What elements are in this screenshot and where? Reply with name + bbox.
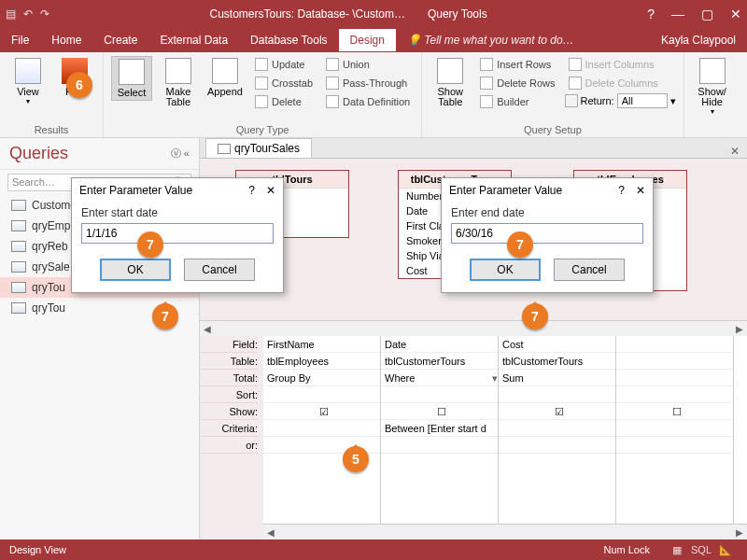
group-label-querytype: Query Type xyxy=(111,122,414,135)
maximize-icon[interactable]: ▢ xyxy=(701,7,713,21)
group-label-results: Results xyxy=(7,122,95,135)
doc-tab[interactable]: qryTourSales xyxy=(205,138,312,158)
titlebar: ▤ ↶ ↷ CustomersTours: Database- \Custom…… xyxy=(0,0,747,28)
return-combo[interactable]: Return:All▾ xyxy=(565,93,676,108)
delete-button[interactable]: Delete xyxy=(251,93,317,110)
sql-view-icon: SQL xyxy=(689,544,713,555)
callout-badge: 5 xyxy=(343,446,369,472)
grid-col[interactable]: FirstNametblEmployeesGroup By☑ xyxy=(263,336,381,539)
parameter-input[interactable] xyxy=(451,223,643,244)
crosstab-button[interactable]: Crosstab xyxy=(251,75,317,91)
grid-row-labels: Field:Table:Total:Sort:Show:Criteria:or: xyxy=(200,336,263,539)
tab-file[interactable]: File xyxy=(0,29,40,51)
tab-database-tools[interactable]: Database Tools xyxy=(239,29,339,51)
parameter-dialog-end: Enter Parameter Value ?✕ Enter end date … xyxy=(441,177,654,293)
help-icon[interactable]: ? xyxy=(618,184,625,197)
select-query-button[interactable]: Select xyxy=(111,56,152,101)
group-label-showhide xyxy=(692,133,733,135)
close-icon[interactable]: ✕ xyxy=(636,184,645,197)
insert-columns-button[interactable]: Insert Columns xyxy=(565,56,676,73)
undo-icon[interactable]: ↶ xyxy=(23,7,33,21)
quick-access-toolbar: ▤ ↶ ↷ xyxy=(6,7,49,21)
query-icon xyxy=(11,282,26,293)
nav-title[interactable]: Queries xyxy=(9,144,68,163)
callout-badge: 7 xyxy=(152,303,178,329)
ribbon-tabs: File Home Create External Data Database … xyxy=(0,28,747,52)
query-icon xyxy=(11,220,26,231)
query-icon xyxy=(218,144,231,154)
hscroll[interactable]: ◀▶ xyxy=(263,524,747,539)
append-button[interactable]: Append xyxy=(204,56,246,99)
grid-col[interactable]: DatetblCustomerToursWhere▾☐Between [Ente… xyxy=(381,336,499,539)
help-icon[interactable]: ? xyxy=(647,7,655,21)
status-bar: Design View Num Lock ▦SQL📐 xyxy=(0,539,747,560)
hscroll[interactable]: ◀▶ xyxy=(200,320,747,336)
status-text: Design View xyxy=(9,544,66,555)
callout-badge: 6 xyxy=(66,72,92,98)
union-button[interactable]: Union xyxy=(322,56,414,73)
parameter-input[interactable] xyxy=(81,223,274,244)
insert-rows-button[interactable]: Insert Rows xyxy=(476,56,558,73)
parameter-dialog-start: Enter Parameter Value ?✕ Enter start dat… xyxy=(71,177,284,293)
ok-button[interactable]: OK xyxy=(470,259,541,281)
tab-create[interactable]: Create xyxy=(92,29,148,51)
user-name[interactable]: Kayla Claypool xyxy=(661,34,747,47)
query-icon xyxy=(11,302,26,314)
data-definition-button[interactable]: Data Definition xyxy=(322,93,414,110)
context-tab-title: Query Tools xyxy=(428,7,487,21)
minimize-icon[interactable]: — xyxy=(671,7,684,21)
passthrough-button[interactable]: Pass-Through xyxy=(322,75,414,91)
ribbon: View▾ Run Results Select Make Table Appe… xyxy=(0,52,747,138)
make-table-button[interactable]: Make Table xyxy=(158,56,199,109)
delete-columns-button[interactable]: Delete Columns xyxy=(565,75,676,91)
query-icon xyxy=(11,241,26,252)
callout-badge: 7 xyxy=(522,303,548,329)
numlock-indicator: Num Lock xyxy=(603,544,650,555)
show-hide-button[interactable]: Show/ Hide▾ xyxy=(692,56,733,118)
ok-button[interactable]: OK xyxy=(100,259,171,281)
dialog-title: Enter Parameter Value xyxy=(449,184,562,197)
show-table-button[interactable]: Show Table xyxy=(430,56,471,109)
builder-button[interactable]: Builder xyxy=(476,93,558,110)
callout-badge: 7 xyxy=(507,231,533,258)
help-icon[interactable]: ? xyxy=(248,184,255,197)
design-view-icon: 📐 xyxy=(713,544,738,556)
grid-col[interactable]: CosttblCustomerToursSum☑ xyxy=(499,336,616,539)
tell-me-input[interactable]: 💡 Tell me what you want to do… xyxy=(396,29,585,51)
redo-icon[interactable]: ↷ xyxy=(40,7,49,21)
datasheet-view-icon: ▦ xyxy=(665,544,689,556)
delete-rows-button[interactable]: Delete Rows xyxy=(476,75,558,91)
app-icon: ▤ xyxy=(6,7,16,21)
dialog-label: Enter start date xyxy=(81,206,274,219)
callout-badge: 7 xyxy=(137,231,163,258)
dialog-label: Enter end date xyxy=(451,206,643,219)
close-icon[interactable]: ✕ xyxy=(266,184,275,197)
query-grid[interactable]: Field:Table:Total:Sort:Show:Criteria:or:… xyxy=(200,336,747,539)
window-title: CustomersTours: Database- \Custom… xyxy=(209,7,404,21)
query-icon xyxy=(11,200,26,211)
group-label-querysetup: Query Setup xyxy=(430,122,675,135)
view-switcher[interactable]: ▦SQL📐 xyxy=(665,544,738,556)
query-icon xyxy=(11,261,26,273)
close-icon[interactable]: ✕ xyxy=(730,7,741,21)
tab-home[interactable]: Home xyxy=(40,29,92,51)
close-tab-icon[interactable]: ✕ xyxy=(730,145,740,158)
tab-external-data[interactable]: External Data xyxy=(148,29,239,51)
tab-design[interactable]: Design xyxy=(339,29,396,51)
cancel-button[interactable]: Cancel xyxy=(554,259,625,281)
view-button[interactable]: View▾ xyxy=(7,56,49,107)
dialog-title: Enter Parameter Value xyxy=(79,184,192,197)
update-button[interactable]: Update xyxy=(251,56,317,73)
cancel-button[interactable]: Cancel xyxy=(184,259,255,281)
grid-col[interactable]: ☐ xyxy=(616,336,734,539)
